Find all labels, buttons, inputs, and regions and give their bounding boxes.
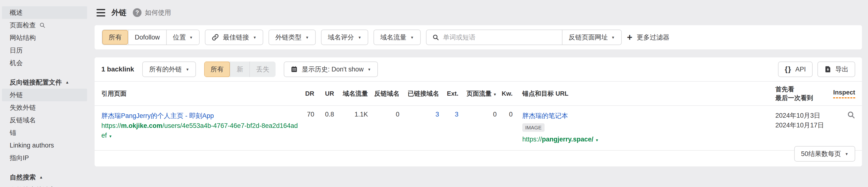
backlink-count: 1 backlink <box>101 65 134 73</box>
results-toolbar: 1 backlink 所有的外链 ▼ 所有 新 丢失 <box>95 57 862 82</box>
sidebar-item-organic-keywords[interactable]: 自然搜索关键字 <box>2 184 87 187</box>
sidebar-item-linking-authors[interactable]: Linking authors <box>2 139 87 152</box>
chevron-down-icon: ▼ <box>186 68 189 71</box>
sidebar-item-label: 日历 <box>10 46 23 55</box>
results-per-page-dropdown[interactable]: 50结果数每页 ▼ <box>794 146 855 162</box>
header-ur[interactable]: UR <box>314 90 334 97</box>
link-icon <box>212 34 219 41</box>
sidebar: 概述 页面检查 网站结构 日历 机会 反向链接配置文件 ▲ 外链 失效外链 反链… <box>0 0 92 187</box>
sidebar-section-label: 自然搜索 <box>10 173 36 182</box>
filter-position-dropdown[interactable]: 位置 ▼ <box>166 30 199 45</box>
page-traffic-value: 0 <box>459 111 497 118</box>
sidebar-item-broken-backlinks[interactable]: 失效外链 <box>2 101 87 114</box>
sidebar-item-label: 页面检查 <box>10 21 36 30</box>
target-url[interactable]: https://pangjerry.space/ ▼ <box>522 134 775 144</box>
chevron-down-icon: ▼ <box>253 35 256 39</box>
ur-value: 0.8 <box>314 111 334 118</box>
sort-desc-icon: ▼ <box>493 92 497 97</box>
seen-dates-cell: 2024年10月3日 2024年10月17日 <box>775 111 833 130</box>
search-icon <box>432 34 439 41</box>
ext-link[interactable]: 3 <box>455 111 459 118</box>
url-scope-dropdown[interactable]: 反链页面网址 ▼ <box>562 30 621 45</box>
header-domain-traffic[interactable]: 域名流量 <box>334 89 368 98</box>
export-button[interactable]: 导出 <box>817 61 855 77</box>
link-type-dropdown[interactable]: 外链类型 ▼ <box>269 30 316 45</box>
history-dropdown[interactable]: 显示历史: Don't show ▼ <box>284 61 378 77</box>
sidebar-item-site-structure[interactable]: 网站结构 <box>2 31 87 44</box>
main-content: 外链 ? 如何使用 所有 Dofollow 位置 ▼ <box>95 0 862 166</box>
follow-filter-group: 所有 Dofollow 位置 ▼ <box>102 30 199 45</box>
braces-icon: {} <box>785 65 791 73</box>
search-box <box>427 30 562 45</box>
sidebar-section-label: 反向链接配置文件 <box>10 78 62 87</box>
filter-all-button[interactable]: 所有 <box>102 30 128 45</box>
pagination: 50结果数每页 ▼ <box>794 146 855 162</box>
header-page-traffic[interactable]: 页面流量▼ <box>459 89 497 98</box>
plus-icon: + <box>627 33 632 42</box>
header-anchor-target[interactable]: 锚点和目标 URL <box>513 89 775 98</box>
how-to-use-link[interactable]: ? 如何使用 <box>133 8 171 17</box>
referring-page-url[interactable]: https://m.okjike.com/users/4e553a4b-4767… <box>101 121 299 140</box>
header-referring-page[interactable]: 引用页面 <box>101 89 299 98</box>
header-linked-domains[interactable]: 已链接域名 <box>399 89 439 98</box>
sidebar-item-label: 自然搜索关键字 <box>10 186 55 187</box>
sidebar-item-calendar[interactable]: 日历 <box>2 44 87 57</box>
topbar: 外链 ? 如何使用 <box>95 0 862 25</box>
page-title: 外链 <box>112 7 126 18</box>
sidebar-item-overview[interactable]: 概述 <box>2 6 87 19</box>
search-icon <box>39 22 45 28</box>
header-inspect[interactable]: Inspect <box>833 89 855 98</box>
header-kw[interactable]: Kw. <box>497 90 513 97</box>
table-row: 胖杰瑞PangJerry的个人主页 - 即刻App https://m.okji… <box>95 106 862 151</box>
domain-traffic-value: 1.1K <box>334 111 368 118</box>
header-dr[interactable]: DR <box>299 90 314 97</box>
help-icon: ? <box>133 8 142 17</box>
results-panel: 1 backlink 所有的外链 ▼ 所有 新 丢失 <box>95 57 862 166</box>
sidebar-item-label: 失效外链 <box>10 103 36 112</box>
header-referring-domains[interactable]: 反链域名 <box>368 89 399 98</box>
sidebar-item-label: 机会 <box>10 59 23 67</box>
sidebar-item-opportunities[interactable]: 机会 <box>2 57 87 69</box>
sidebar-item-pointing-ip[interactable]: 指向IP <box>2 152 87 164</box>
filter-dofollow-button[interactable]: Dofollow <box>128 30 166 45</box>
hamburger-menu-icon[interactable] <box>96 9 105 17</box>
chevron-up-icon: ▲ <box>39 175 43 180</box>
inspect-magnifier-icon[interactable] <box>847 111 855 119</box>
header-seen-dates[interactable]: 首先看 最后一次看到 <box>775 85 833 102</box>
domain-rating-dropdown[interactable]: 域名评分 ▼ <box>321 30 368 45</box>
api-button[interactable]: {} API <box>778 61 813 77</box>
dr-value: 70 <box>299 111 314 118</box>
sidebar-item-label: 指向IP <box>10 154 29 162</box>
sidebar-item-referring-domains[interactable]: 反链域名 <box>2 114 87 127</box>
sidebar-item-label: 网站结构 <box>10 33 36 42</box>
chevron-up-icon: ▲ <box>65 80 69 84</box>
sidebar-item-page-inspect[interactable]: 页面检查 <box>2 19 87 31</box>
url-options-chevron-icon[interactable]: ▼ <box>108 134 112 138</box>
chevron-down-icon: ▼ <box>368 68 371 71</box>
url-options-chevron-icon[interactable]: ▼ <box>595 138 599 142</box>
status-all-button[interactable]: 所有 <box>204 61 230 77</box>
sidebar-item-label: Linking authors <box>10 142 54 149</box>
status-new-button[interactable]: 新 <box>230 61 249 77</box>
chevron-down-icon: ▼ <box>611 35 615 39</box>
anchor-text-link[interactable]: 胖杰瑞的笔记本 <box>522 112 568 119</box>
sidebar-section-backlink-profile[interactable]: 反向链接配置文件 ▲ <box>0 76 92 89</box>
more-filters-button[interactable]: + 更多过滤器 <box>627 33 670 42</box>
referring-page-title-link[interactable]: 胖杰瑞PangJerry的个人主页 - 即刻App <box>101 111 299 121</box>
referring-domains-value: 0 <box>368 111 399 118</box>
sidebar-item-anchors[interactable]: 锚 <box>2 127 87 139</box>
status-filter-group: 所有 新 丢失 <box>204 61 276 77</box>
best-links-dropdown[interactable]: 最佳链接 ▼ <box>205 30 263 45</box>
chevron-down-icon: ▼ <box>305 35 309 39</box>
domain-traffic-dropdown[interactable]: 域名流量 ▼ <box>374 30 421 45</box>
sidebar-section-organic-search[interactable]: 自然搜索 ▲ <box>0 171 92 184</box>
status-lost-button[interactable]: 丢失 <box>249 61 276 77</box>
search-input[interactable] <box>443 34 556 41</box>
how-to-use-label: 如何使用 <box>145 8 171 17</box>
first-seen-date: 2024年10月3日 <box>775 111 833 121</box>
linked-domains-link[interactable]: 3 <box>435 111 439 118</box>
last-seen-date: 2024年10月17日 <box>775 121 833 130</box>
sidebar-item-backlinks[interactable]: 外链 <box>2 89 87 101</box>
header-ext[interactable]: Ext. <box>439 90 459 97</box>
group-by-dropdown[interactable]: 所有的外链 ▼ <box>142 61 196 77</box>
